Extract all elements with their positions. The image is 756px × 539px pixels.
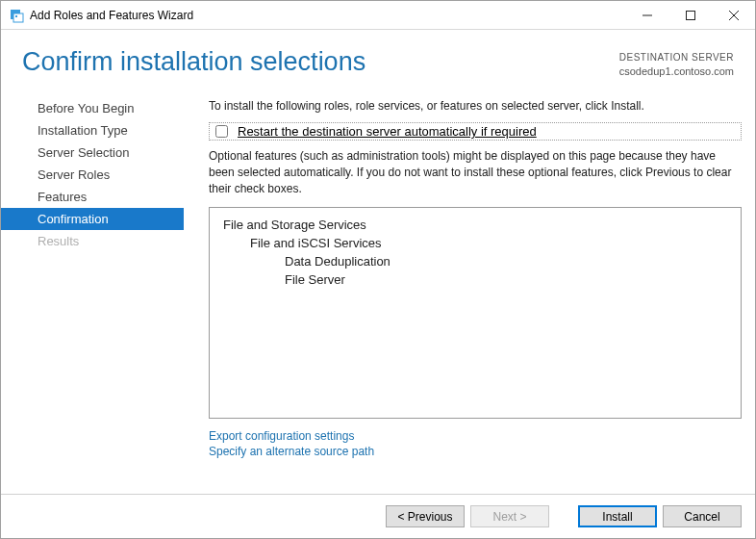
selection-item: File and iSCSI Services (210, 234, 741, 252)
app-icon (9, 8, 24, 23)
minimize-button[interactable] (625, 1, 668, 29)
close-button[interactable] (712, 1, 755, 29)
optional-note: Optional features (such as administratio… (209, 148, 742, 197)
svg-rect-4 (686, 11, 694, 19)
restart-checkbox-label: Restart the destination server automatic… (238, 124, 537, 139)
selection-item: Data Deduplication (210, 252, 741, 270)
destination-info: DESTINATION SERVER csodedup1.contoso.com (619, 47, 734, 78)
svg-rect-2 (15, 15, 17, 17)
wizard-window: Add Roles and Features Wizard Confirm in… (0, 0, 756, 539)
sidebar-item-server-selection[interactable]: Server Selection (1, 141, 184, 164)
footer: < Previous Next > Install Cancel (1, 494, 755, 538)
titlebar: Add Roles and Features Wizard (1, 1, 755, 30)
svg-rect-1 (13, 13, 23, 22)
sidebar-item-results: Results (1, 230, 184, 252)
links-block: Export configuration settings Specify an… (209, 428, 745, 459)
next-button[interactable]: Next > (470, 505, 549, 527)
selection-item: File Server (210, 270, 741, 289)
sidebar-item-server-roles[interactable]: Server Roles (1, 164, 184, 186)
maximize-button[interactable] (668, 1, 712, 29)
restart-checkbox[interactable] (215, 125, 228, 138)
previous-button[interactable]: < Previous (386, 505, 465, 527)
selection-item: File and Storage Services (210, 216, 741, 234)
restart-checkbox-row[interactable]: Restart the destination server automatic… (209, 122, 742, 141)
sidebar: Before You BeginInstallation TypeServer … (1, 93, 184, 494)
sidebar-item-features[interactable]: Features (1, 186, 184, 208)
sidebar-item-before-you-begin[interactable]: Before You Begin (1, 97, 184, 119)
destination-server: csodedup1.contoso.com (619, 64, 734, 78)
window-title: Add Roles and Features Wizard (30, 9, 193, 22)
header-row: Confirm installation selections DESTINAT… (1, 30, 755, 86)
content-row: Before You BeginInstallation TypeServer … (1, 86, 755, 494)
cancel-button[interactable]: Cancel (663, 505, 742, 527)
sidebar-item-installation-type[interactable]: Installation Type (1, 119, 184, 141)
destination-label: DESTINATION SERVER (619, 51, 734, 64)
main-pane: To install the following roles, role ser… (184, 93, 755, 494)
page-title: Confirm installation selections (22, 47, 619, 77)
instructions-text: To install the following roles, role ser… (209, 99, 745, 113)
selections-listbox[interactable]: File and Storage ServicesFile and iSCSI … (209, 207, 742, 419)
wizard-body: Confirm installation selections DESTINAT… (1, 30, 755, 538)
install-button[interactable]: Install (578, 505, 657, 527)
alternate-source-path-link[interactable]: Specify an alternate source path (209, 444, 745, 459)
sidebar-item-confirmation[interactable]: Confirmation (1, 208, 184, 230)
export-config-link[interactable]: Export configuration settings (209, 428, 745, 444)
